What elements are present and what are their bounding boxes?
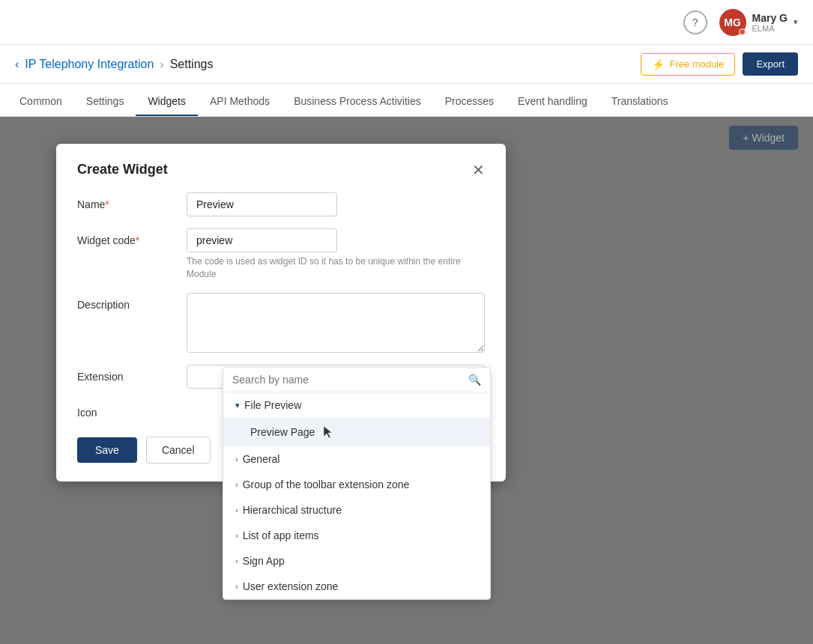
- name-field-container: [187, 192, 485, 216]
- dropdown-item-user-extension-zone[interactable]: › User extension zone: [223, 574, 490, 599]
- icon-label: Icon: [77, 401, 175, 419]
- widget-code-input[interactable]: [187, 228, 337, 252]
- widget-code-field-container: The code is used as widget ID so it has …: [187, 228, 485, 281]
- tab-api-methods[interactable]: API Methods: [198, 88, 282, 116]
- dropdown-item-hierarchical-structure[interactable]: › Hierarchical structure: [223, 497, 490, 523]
- dropdown-item-label: User extension zone: [243, 580, 339, 592]
- expand-arrow-icon: ›: [235, 480, 238, 489]
- name-label: Name*: [77, 192, 175, 210]
- tab-translations[interactable]: Translations: [599, 88, 680, 116]
- bolt-icon: ⚡: [652, 58, 665, 70]
- breadcrumb-current: Settings: [170, 58, 214, 71]
- expand-arrow-icon: ›: [235, 556, 238, 565]
- dropdown-item-label: Sign App: [243, 555, 285, 567]
- name-field-row: Name*: [77, 192, 485, 216]
- user-name: Mary G: [752, 12, 788, 24]
- widget-code-label: Widget code*: [77, 228, 175, 246]
- dropdown-item-list-app-items[interactable]: › List of app items: [223, 523, 490, 548]
- collapse-arrow-icon: ▾: [235, 401, 240, 410]
- top-bar: ? MG Mary G ELMA ▾: [0, 0, 813, 45]
- dropdown-item-group-toolbar[interactable]: › Group of the toolbar extension zone: [223, 472, 490, 497]
- export-button[interactable]: Export: [743, 52, 798, 76]
- page-header: ‹ IP Telephony Integration › Settings ⚡ …: [0, 45, 813, 84]
- top-bar-right: ? MG Mary G ELMA ▾: [683, 9, 798, 36]
- widget-code-required-marker: *: [136, 234, 139, 246]
- free-module-button[interactable]: ⚡ Free module: [641, 53, 735, 76]
- dropdown-item-sign-app[interactable]: › Sign App: [223, 548, 490, 574]
- tab-widgets[interactable]: Widgets: [136, 88, 198, 116]
- tab-event-handling[interactable]: Event handling: [506, 88, 599, 116]
- nav-tabs: Common Settings Widgets API Methods Busi…: [0, 84, 813, 117]
- status-dot: [739, 28, 746, 35]
- widget-code-hint: The code is used as widget ID so it has …: [187, 255, 485, 281]
- tab-common[interactable]: Common: [7, 88, 74, 116]
- description-field-row: Description: [77, 293, 485, 353]
- save-button[interactable]: Save: [77, 437, 137, 463]
- name-input[interactable]: [187, 192, 337, 216]
- tab-processes[interactable]: Processes: [433, 88, 506, 116]
- name-required-marker: *: [105, 198, 109, 210]
- extension-label: Extension: [77, 365, 175, 383]
- tab-business-process-activities[interactable]: Business Process Activities: [282, 88, 433, 116]
- avatar: MG: [719, 9, 746, 36]
- dropdown-item-label: List of app items: [243, 529, 319, 541]
- extension-dropdown-panel: 🔍 ▾ File Preview Preview Page › General …: [223, 367, 491, 600]
- expand-arrow-icon: ›: [235, 531, 238, 540]
- dropdown-item-preview-page[interactable]: Preview Page: [223, 418, 490, 446]
- header-actions: ⚡ Free module Export: [641, 52, 798, 76]
- search-icon: 🔍: [468, 374, 481, 386]
- modal-header: Create Widget ✕: [77, 162, 485, 177]
- expand-arrow-icon: ›: [235, 455, 238, 464]
- dropdown-item-file-preview[interactable]: ▾ File Preview: [223, 392, 490, 418]
- breadcrumb-link[interactable]: IP Telephony Integration: [25, 58, 154, 71]
- modal-title: Create Widget: [77, 162, 168, 177]
- cursor-icon: [322, 425, 337, 440]
- dropdown-item-label: Preview Page: [250, 426, 315, 438]
- dropdown-item-label: Group of the toolbar extension zone: [243, 479, 410, 490]
- breadcrumb-separator: ›: [160, 58, 163, 71]
- expand-arrow-icon: ›: [235, 505, 238, 514]
- dropdown-item-label: File Preview: [244, 399, 301, 411]
- widget-code-field-row: Widget code* The code is used as widget …: [77, 228, 485, 281]
- dropdown-item-general[interactable]: › General: [223, 446, 490, 472]
- dropdown-item-label: General: [243, 453, 280, 465]
- description-label: Description: [77, 293, 175, 311]
- dropdown-search-input[interactable]: [232, 374, 468, 386]
- user-info: Mary G ELMA: [752, 12, 788, 33]
- close-button[interactable]: ✕: [472, 162, 485, 177]
- user-menu[interactable]: MG Mary G ELMA ▾: [719, 9, 798, 36]
- tab-settings[interactable]: Settings: [74, 88, 136, 116]
- description-textarea[interactable]: [187, 293, 485, 353]
- dropdown-search-bar: 🔍: [223, 368, 490, 392]
- cancel-button[interactable]: Cancel: [146, 437, 211, 464]
- help-icon[interactable]: ?: [683, 10, 707, 34]
- back-arrow-icon[interactable]: ‹: [15, 58, 19, 71]
- user-org: ELMA: [752, 24, 788, 33]
- chevron-down-icon: ▾: [794, 17, 798, 27]
- dropdown-item-label: Hierarchical structure: [243, 504, 342, 516]
- expand-arrow-icon: ›: [235, 582, 238, 591]
